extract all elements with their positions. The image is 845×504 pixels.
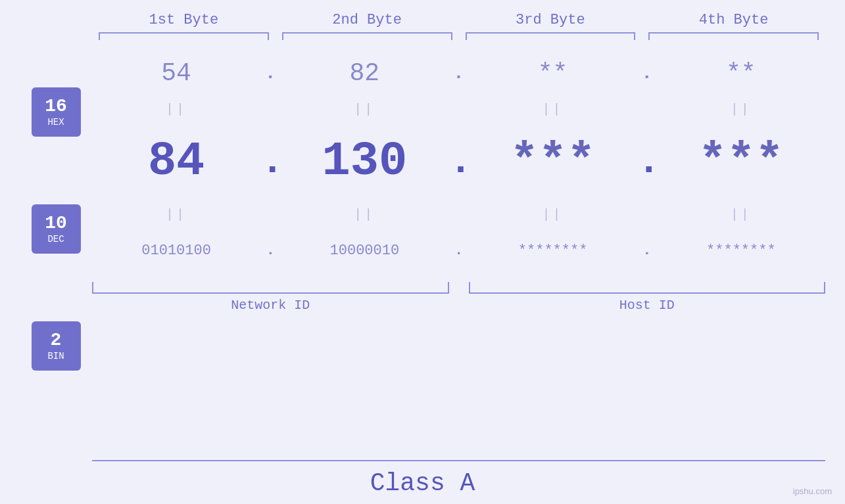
sep2-b4: || [657,207,825,222]
dot-dec-3: . [637,139,657,184]
bin-b3: ******** [469,242,637,259]
host-id-bracket [469,282,826,294]
dot-dec-1: . [260,139,280,184]
bracket-byte4 [648,32,819,40]
hex-b2: 82 [280,59,448,87]
label-spacer [449,298,469,313]
bin-badge: 2 BIN [32,321,81,371]
main-content-area: 16 HEX 10 DEC 2 BIN 54 . 82 [20,47,825,457]
dot-hex-3: . [637,63,657,83]
main-container: 1st Byte 2nd Byte 3rd Byte 4th Byte 16 H… [0,0,845,504]
hex-b1: 54 [92,59,260,87]
hex-badge: 16 HEX [32,87,81,137]
bin-row: 01010100 . 10000010 . ******** . *******… [92,224,825,277]
hex-badge-number: 16 [45,97,67,117]
network-id-label: Network ID [92,298,449,313]
bottom-labels: Network ID Host ID [92,298,825,313]
dec-badge-number: 10 [45,214,67,234]
sep1-b4: || [657,102,825,117]
byte1-label: 1st Byte [92,12,276,28]
bin-b4: ******** [657,242,825,259]
dec-b2: 130 [280,135,448,189]
bottom-bracket-container: Network ID Host ID [92,282,825,313]
bottom-bracket-lines [92,282,825,294]
bracket-byte1 [99,32,269,40]
data-area: 54 . 82 . ** . ** || || [92,47,825,457]
hex-row: 54 . 82 . ** . ** [92,47,825,99]
class-label: Class A [0,461,845,504]
network-id-bracket [92,282,449,294]
dec-badge: 10 DEC [32,204,81,254]
sep2-b3: || [469,207,637,222]
sep1-b3: || [469,102,637,117]
hex-b3: ** [469,59,637,87]
badges-column: 16 HEX 10 DEC 2 BIN [20,47,92,457]
header-row: 1st Byte 2nd Byte 3rd Byte 4th Byte [92,0,825,28]
sep2-b1: || [92,207,260,222]
hex-b4: ** [657,59,825,87]
dot-bin-1: . [260,242,280,259]
bracket-byte3 [466,32,636,40]
dot-dec-2: . [449,139,469,184]
bracket-byte2 [282,32,452,40]
bin-badge-label: BIN [47,351,64,361]
dot-hex-1: . [260,63,280,83]
dot-bin-3: . [637,242,657,259]
bin-b2: 10000010 [280,242,448,259]
sep-row-1: || || || || [92,99,825,119]
dec-badge-label: DEC [47,234,64,244]
dec-b4: *** [657,135,825,189]
byte3-label: 3rd Byte [459,12,642,28]
sep1-b1: || [92,102,260,117]
bin-badge-number: 2 [51,331,62,351]
dec-b3: *** [469,135,637,189]
dec-row: 84 . 130 . *** . *** [92,119,825,204]
byte2-label: 2nd Byte [276,12,459,28]
dot-bin-2: . [449,242,469,259]
hex-badge-label: HEX [47,117,64,127]
bracket-row [92,32,825,40]
dec-b1: 84 [92,135,260,189]
bin-b1: 01010100 [92,242,260,259]
sep1-b2: || [280,102,448,117]
byte4-label: 4th Byte [642,12,825,28]
host-id-label: Host ID [469,298,826,313]
sep2-b2: || [280,207,448,222]
bracket-spacer [449,282,469,294]
watermark: ipshu.com [793,486,832,496]
dot-hex-2: . [449,63,469,83]
sep-row-2: || || || || [92,204,825,224]
